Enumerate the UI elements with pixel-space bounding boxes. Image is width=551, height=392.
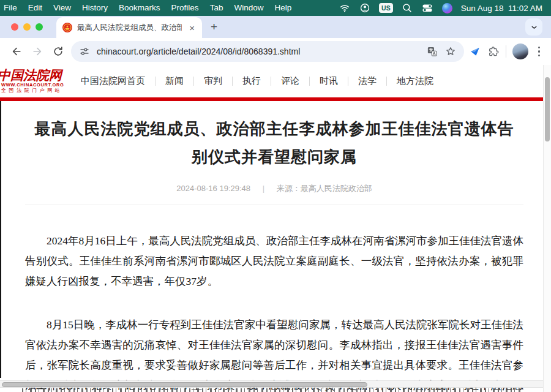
menu-profiles[interactable]: Profiles — [166, 0, 204, 16]
url-text[interactable]: chinacourt.org/article/detail/2024/08/id… — [97, 47, 420, 56]
nav-current-affairs[interactable]: 时讯 — [318, 75, 339, 87]
nav-trial[interactable]: 审判 — [203, 75, 223, 87]
menu-file[interactable]: File — [0, 0, 23, 16]
new-tab-button[interactable]: + — [211, 20, 217, 34]
browser-tab-strip: 最高人民法院党组成员、政治部 × + — [0, 16, 551, 38]
horizontal-scrollbar-thumb[interactable] — [2, 382, 367, 387]
nav-home[interactable]: 中国法院网首页 — [80, 75, 146, 87]
nav-separator — [348, 77, 348, 86]
vertical-scrollbar[interactable] — [543, 65, 551, 392]
close-window-button[interactable] — [11, 23, 18, 31]
reload-button[interactable] — [48, 41, 69, 62]
keyboard-layout-badge[interactable]: US — [379, 3, 393, 13]
blue-extension-icon[interactable] — [469, 45, 481, 58]
menu-history[interactable]: History — [77, 0, 113, 16]
siri-icon[interactable] — [442, 3, 452, 13]
article-date: 2024-08-16 19:29:48 — [176, 184, 250, 193]
header-accent-bar — [0, 97, 543, 101]
nav-commentary[interactable]: 评论 — [280, 75, 301, 87]
nav-local-courts[interactable]: 地方法院 — [395, 75, 435, 87]
site-logo-tagline: 全国法院门户网站 — [1, 88, 80, 94]
site-favicon-icon — [62, 23, 72, 32]
menu-window[interactable]: Window — [228, 0, 269, 16]
nav-news[interactable]: 新闻 — [164, 75, 185, 87]
nav-separator — [271, 77, 271, 86]
profile-avatar[interactable] — [512, 43, 528, 59]
window-left-edge — [0, 101, 1, 378]
translate-icon[interactable] — [426, 45, 438, 58]
control-center-icon[interactable] — [422, 2, 433, 14]
site-settings-icon[interactable] — [78, 45, 91, 58]
extensions-puzzle-icon[interactable] — [487, 45, 500, 58]
minimize-window-button[interactable] — [23, 23, 31, 31]
article-body: 2024年8月16日上午，最高人民法院党组成员、政治部主任李成林在河南省漯河市参… — [25, 231, 523, 392]
wifi-icon[interactable] — [339, 2, 350, 14]
meta-separator: | — [263, 184, 264, 193]
menu-help[interactable]: Help — [269, 0, 297, 16]
browser-menu-icon[interactable] — [534, 47, 544, 57]
nav-separator — [309, 77, 310, 86]
address-bar[interactable]: chinacourt.org/article/detail/2024/08/id… — [71, 41, 464, 62]
site-logo-title: 中国法院网 — [0, 69, 80, 82]
window-controls — [11, 23, 43, 31]
menu-bookmarks[interactable]: Bookmarks — [113, 0, 166, 16]
article-paragraph: 2024年8月16日上午，最高人民法院党组成员、政治部主任李成林在河南省漯河市参… — [25, 231, 523, 292]
menu-edit[interactable]: Edit — [23, 0, 48, 16]
menu-tab[interactable]: Tab — [204, 0, 229, 16]
vertical-scrollbar-thumb[interactable] — [545, 77, 550, 141]
site-header: 中国法院网 WWW.CHINACOURT.ORG 全国法院门户网站 中国法院网首… — [0, 65, 551, 97]
web-page: 中国法院网 WWW.CHINACOURT.ORG 全国法院门户网站 中国法院网首… — [0, 65, 551, 392]
site-logo-url: WWW.CHINACOURT.ORG — [1, 82, 80, 88]
browser-toolbar: chinacourt.org/article/detail/2024/08/id… — [0, 38, 551, 65]
article: 最高人民法院党组成员、政治部主任李成林参加王佳佳法官遗体告别仪式并看望慰问家属 … — [0, 115, 551, 392]
menu-view[interactable]: View — [48, 0, 77, 16]
active-tab[interactable]: 最高人民法院党组成员、政治部 × — [56, 17, 202, 38]
fullscreen-window-button[interactable] — [36, 23, 43, 31]
active-tab-title: 最高人民法院党组成员、政治部 — [77, 23, 182, 33]
nav-separator — [155, 77, 156, 86]
spotlight-search-icon[interactable] — [402, 2, 413, 14]
title-divider — [25, 205, 523, 205]
article-meta: 2024-08-16 19:29:48 | 来源：最高人民法院政治部 — [25, 183, 523, 194]
screen: File Edit View History Bookmarks Profile… — [0, 0, 551, 392]
site-nav: 中国法院网首页 新闻 审判 执行 评论 时讯 法学 地方法院 — [80, 75, 435, 87]
forward-button[interactable] — [27, 41, 48, 62]
clipped-next-line — [22, 388, 523, 392]
article-source: 来源：最高人民法院政治部 — [277, 184, 372, 193]
nav-separator — [232, 77, 233, 86]
horizontal-scrollbar[interactable] — [0, 380, 543, 388]
macos-menu-bar: File Edit View History Bookmarks Profile… — [0, 0, 551, 16]
nav-separator — [193, 77, 194, 86]
menu-bar-clock[interactable]: Sun Aug 18 11:02 AM — [461, 4, 545, 13]
nav-enforcement[interactable]: 执行 — [241, 75, 262, 87]
nav-legal-studies[interactable]: 法学 — [357, 75, 378, 87]
toolbar-divider — [506, 45, 506, 58]
bookmark-star-icon[interactable] — [444, 45, 457, 58]
tab-search-chevron-icon[interactable] — [525, 18, 542, 36]
nav-separator — [386, 77, 387, 86]
back-button[interactable] — [6, 41, 27, 62]
user-account-icon[interactable] — [359, 2, 370, 14]
article-title: 最高人民法院党组成员、政治部主任李成林参加王佳佳法官遗体告别仪式并看望慰问家属 — [29, 115, 519, 171]
tab-close-icon[interactable]: × — [187, 23, 197, 32]
site-logo[interactable]: 中国法院网 WWW.CHINACOURT.ORG 全国法院门户网站 — [0, 69, 80, 94]
